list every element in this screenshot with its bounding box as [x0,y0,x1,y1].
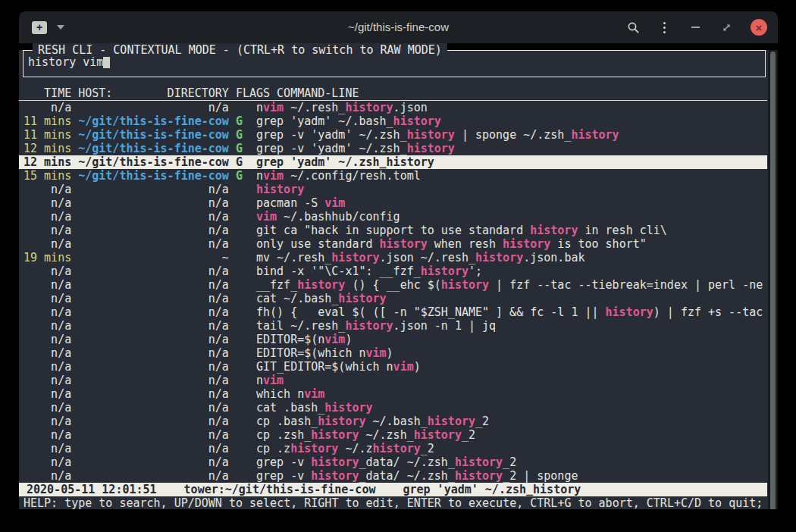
status-host-directory: tower:~/git/this-is-fine-cow [184,483,376,496]
row-command: grep 'yadm' ~/.bash_history [256,114,441,128]
close-icon: × [756,21,763,34]
history-row[interactable]: n/an/acp .zhistory ~/.zhistory_2 [19,442,767,455]
row-directory: n/a [78,428,229,442]
history-row[interactable]: 15 mins~/git/this-is-fine-cowGnvim ~/.co… [19,169,767,183]
row-directory: n/a [78,224,229,237]
row-command: nvim ~/.resh_history.json [256,101,428,114]
row-directory: ~/git/this-is-fine-cow [78,142,229,155]
row-time: 19 mins [24,251,71,264]
close-button[interactable]: × [751,19,767,36]
row-time: n/a [24,374,71,387]
row-time: n/a [24,210,71,224]
history-row[interactable]: n/an/acp .zsh_history ~/.zsh_history_2 [19,428,767,442]
history-row[interactable]: n/an/acat .bash_history [19,401,767,415]
table-header: TIMEHOST:DIRECTORYFLAGS COMMAND-LINE [19,86,767,101]
row-command: GIT_EDITOR=$(which nvim) [256,360,421,374]
history-row[interactable]: n/an/agit ca "hack in support to use sta… [19,224,767,237]
row-command: vim ~/.bashhub/config [256,210,400,224]
history-row[interactable]: n/an/aEDITOR=$(nvim) [19,333,767,346]
row-time: 11 mins [24,114,71,128]
row-time: n/a [24,442,71,455]
row-directory: n/a [78,374,229,387]
row-directory: n/a [78,333,229,346]
row-directory: n/a [78,196,229,210]
row-time: n/a [24,264,71,278]
history-row[interactable]: n/an/anvim ~/.resh_history.json [19,101,767,114]
history-row[interactable]: 12 mins~/git/this-is-fine-cowGgrep -v 'y… [19,142,767,155]
history-row[interactable]: 11 mins~/git/this-is-fine-cowGgrep 'yadm… [19,114,767,128]
history-row[interactable]: n/an/avim ~/.bashhub/config [19,210,767,224]
row-time: n/a [24,305,71,319]
row-directory: n/a [78,292,229,305]
row-directory: n/a [78,455,229,469]
row-directory: ~ [78,251,229,264]
row-time: n/a [24,292,71,305]
history-row[interactable]: n/an/agrep -v history_data/ ~/.zsh_histo… [19,469,767,483]
history-row[interactable]: n/an/acat ~/.bash_history [19,292,767,305]
history-row[interactable]: n/an/apacman -S vim [19,196,767,210]
header-host: HOST: [78,86,112,100]
row-time: n/a [24,196,71,210]
new-tab-icon: + [36,22,42,33]
row-directory: n/a [78,210,229,224]
status-bar: 2020-05-11 12:01:51tower:~/git/this-is-f… [19,483,767,496]
row-time: n/a [24,415,71,428]
row-directory: ~/git/this-is-fine-cow [78,128,229,142]
row-command: fh() { eval $( ([ -n "$ZSH_NAME" ] && fc… [256,305,763,319]
history-row[interactable]: 12 mins~/git/this-is-fine-cowGgrep 'yadm… [19,155,767,169]
help-text: HELP: type to search, UP/DOWN to select,… [24,496,763,509]
row-command: cp .bash_history ~/.bash_history_2 [256,415,489,428]
row-directory: n/a [78,387,229,401]
terminal-content: RESH CLI - CONTEXTUAL MODE - (CTRL+R to … [19,50,778,509]
row-time: n/a [24,101,71,114]
text-cursor [103,56,110,68]
row-command: __fzf_history () { __ehc $(history | fzf… [256,278,763,292]
history-row[interactable]: n/an/aonly use standard history when res… [19,237,767,251]
row-time: 12 mins [24,142,71,155]
header-directory: DIRECTORY [168,86,229,100]
row-time: n/a [24,387,71,401]
history-row[interactable]: n/an/atail ~/.resh_history.json -n 1 | j… [19,319,767,333]
status-command: grep 'yadm' ~/.zsh_history [403,483,581,496]
row-time: n/a [24,401,71,415]
search-icon [627,21,640,34]
history-row[interactable]: 11 mins~/git/this-is-fine-cowGgrep -v 'y… [19,128,767,142]
row-command: tail ~/.resh_history.json -n 1 | jq [256,319,496,333]
history-row[interactable]: n/an/awhich nvim [19,387,767,401]
history-row[interactable]: n/an/acp .bash_history ~/.bash_history_2 [19,415,767,428]
new-tab-button[interactable]: + [32,21,47,34]
row-directory: ~/git/this-is-fine-cow [78,114,229,128]
search-query-text: history vim [28,55,103,69]
history-row[interactable]: n/an/aGIT_EDITOR=$(which nvim) [19,360,767,374]
row-command: git ca "hack in support to use standard … [256,224,667,237]
row-directory: ~/git/this-is-fine-cow [78,169,229,183]
minimize-button[interactable] [688,20,702,34]
history-row[interactable]: n/an/aEDITOR=$(which nvim) [19,346,767,360]
menu-button[interactable] [657,20,671,34]
diagonal-resize-icon [721,22,732,33]
chevron-down-icon[interactable] [57,25,64,30]
history-row[interactable]: n/an/agrep -v history_data/ ~/.zsh_histo… [19,455,767,469]
row-time: 12 mins [24,155,71,169]
row-directory: ~/git/this-is-fine-cow [78,155,229,169]
header-flags: FLAGS [236,86,270,100]
history-row[interactable]: n/an/ahistory [19,183,767,196]
history-row[interactable]: 19 mins~mv ~/.resh_history.json ~/.resh_… [19,251,767,264]
scrollbar-thumb[interactable] [770,52,776,509]
row-time: n/a [24,278,71,292]
row-directory: n/a [78,346,229,360]
history-row[interactable]: n/an/a__fzf_history () { __ehc $(history… [19,278,767,292]
history-row[interactable]: n/an/afh() { eval $( ([ -n "$ZSH_NAME" ]… [19,305,767,319]
row-directory: n/a [78,401,229,415]
row-flags: G [236,142,256,155]
row-time: 11 mins [24,128,71,142]
row-command: pacman -S vim [256,196,345,210]
row-flags: G [236,128,256,142]
row-directory: n/a [78,469,229,483]
row-command: nvim ~/.config/resh.toml [256,169,421,183]
history-row[interactable]: n/an/anvim [19,374,767,387]
row-directory: n/a [78,319,229,333]
restore-button[interactable] [719,20,733,34]
search-button[interactable] [626,20,640,34]
history-row[interactable]: n/an/abind -x '"\C-x1": __fzf_history'; [19,264,767,278]
